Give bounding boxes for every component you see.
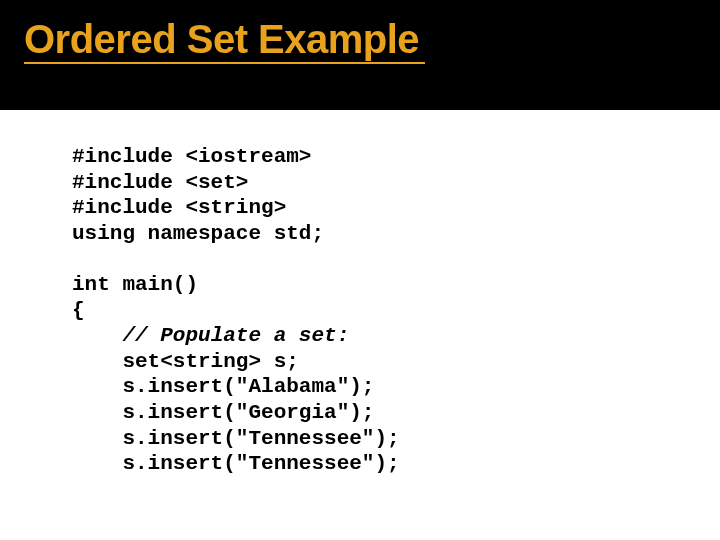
slide-title: Ordered Set Example	[24, 18, 425, 64]
code-line: #include <iostream>	[72, 145, 311, 168]
code-indent	[72, 324, 122, 347]
code-line: s.insert("Tennessee");	[72, 452, 400, 475]
code-line: s.insert("Tennessee");	[72, 427, 400, 450]
code-line: using namespace std;	[72, 222, 324, 245]
code-line: int main()	[72, 273, 198, 296]
code-line: s.insert("Alabama");	[72, 375, 374, 398]
code-line: #include <set>	[72, 171, 248, 194]
code-comment: // Populate a set:	[122, 324, 349, 347]
slide-header: Ordered Set Example	[0, 0, 720, 110]
code-line: s.insert("Georgia");	[72, 401, 374, 424]
code-line: {	[72, 299, 85, 322]
code-block: #include <iostream> #include <set> #incl…	[0, 110, 720, 477]
code-line: #include <string>	[72, 196, 286, 219]
code-line: set<string> s;	[72, 350, 299, 373]
